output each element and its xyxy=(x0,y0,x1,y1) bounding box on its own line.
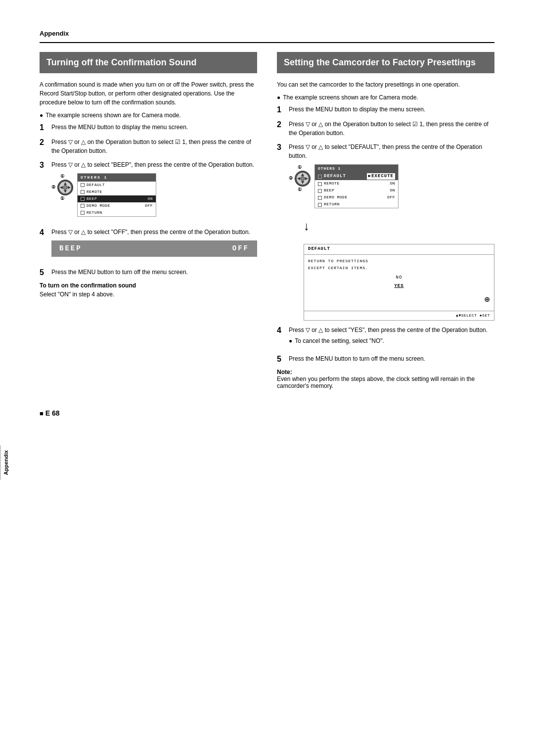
sidebar-appendix-label: Appendix xyxy=(0,445,11,480)
appendix-section-label: Appendix xyxy=(40,30,494,37)
step-number: 1 xyxy=(277,105,285,114)
jlabel-r-1: ① xyxy=(298,164,302,171)
menu-row-remote: REMOTE xyxy=(78,189,156,195)
right-menu-mockup: ① ② xyxy=(289,164,494,209)
off-label: OFF xyxy=(232,243,249,254)
default-box-footer: ▲▼SELECT ●SET xyxy=(304,311,494,320)
default-line2: EXCEPT CERTAIN ITEMS. xyxy=(308,265,490,272)
step-text: Press ▽ or △ on the Operation button to … xyxy=(289,120,494,138)
jlabel-r-2: ② xyxy=(289,175,293,182)
page-number: ■ E 68 xyxy=(40,409,494,417)
left-section-intro: A confirmation sound is made when you tu… xyxy=(40,80,257,107)
right-step-4: 4 Press ▽ or △ to select "YES", then pre… xyxy=(277,326,494,349)
step-number: 4 xyxy=(40,228,47,263)
jlabel-3: ① xyxy=(60,195,64,202)
step-text: Press the MENU button to turn off the me… xyxy=(51,268,257,277)
default-settings-box: DEFAULT RETURN TO PRESETTINGS EXCEPT CER… xyxy=(304,244,494,321)
left-step-3: 3 Press ▽ or △ to select "BEEP", then pr… xyxy=(40,160,257,223)
plus-circle-icon: ⊕ xyxy=(308,292,490,308)
step-number: 2 xyxy=(277,120,285,138)
menu-row-default: DEFAULT xyxy=(78,182,156,189)
jlabel-1: ① xyxy=(60,173,64,180)
menu-screen-right: OTHERS 1 DEFAULT ▶EXECUTE REMOTEON BEEPO… xyxy=(314,164,399,209)
joystick-right-circle xyxy=(295,171,311,187)
step-content: Press ▽ or △ to select "DEFAULT", then p… xyxy=(289,142,494,321)
step-number: 4 xyxy=(277,326,285,349)
step-content: Press ▽ or △ to select "OFF", then press… xyxy=(51,228,257,263)
step-number: 2 xyxy=(40,138,47,155)
step-text: Press ▽ or △ to select "BEEP", then pres… xyxy=(51,160,257,169)
step-content: Press ▽ or △ to select "YES", then press… xyxy=(289,326,494,349)
left-section-title: Turning off the Confirmation Sound xyxy=(40,52,257,73)
step-text: Press the MENU button to display the men… xyxy=(289,105,494,114)
down-arrow-icon: ↓ xyxy=(304,217,310,235)
step-text: Press ▽ or △ to select "OFF", then press… xyxy=(51,228,257,236)
default-yes: YES xyxy=(394,282,403,290)
right-section-intro: You can set the camcorder to the factory… xyxy=(277,80,494,89)
joystick-right: ① ② xyxy=(289,164,311,193)
right-step-1: 1 Press the MENU button to display the m… xyxy=(277,105,494,114)
menu-right-demo: DEMO MODEOFF xyxy=(315,194,398,201)
right-bullet-1: ● The example screens shown are for Came… xyxy=(277,94,494,101)
bullet-text: The example screens shown are for Camera… xyxy=(283,94,418,101)
default-box-header: DEFAULT xyxy=(304,244,494,255)
step-number: 5 xyxy=(277,354,285,364)
left-column: Turning off the Confirmation Sound A con… xyxy=(40,52,257,389)
step-number: 1 xyxy=(40,123,47,132)
svg-point-5 xyxy=(63,186,67,189)
jlabel-r-3: ① xyxy=(298,187,302,193)
menu-right-default: DEFAULT ▶EXECUTE xyxy=(315,173,398,181)
joystick-diagram: ① ② xyxy=(51,173,73,202)
menu-right-header: OTHERS 1 xyxy=(315,165,398,173)
step-text: Press the MENU button to display the men… xyxy=(51,123,257,132)
bullet-dot: ● xyxy=(277,94,280,101)
beep-label: BEEP xyxy=(59,243,82,254)
menu-right-beep: BEEPON xyxy=(315,187,398,194)
joystick-circle xyxy=(57,180,73,195)
default-line1: RETURN TO PRESETTINGS xyxy=(308,258,490,265)
section-divider xyxy=(40,42,494,43)
step-number: 3 xyxy=(40,160,47,223)
right-step-5: 5 Press the MENU button to turn off the … xyxy=(277,354,494,364)
right-section-title: Setting the Camcorder to Factory Presett… xyxy=(277,52,494,73)
menu-screen-header: OTHERS 1 xyxy=(78,174,156,182)
note-label: Note: xyxy=(277,369,292,376)
right-step-3: 3 Press ▽ or △ to select "DEFAULT", then… xyxy=(277,142,494,321)
menu-row-beep: BEEPON xyxy=(78,195,156,202)
step-content: Press ▽ or △ to select "BEEP", then pres… xyxy=(51,160,257,223)
bullet-text: The example screens shown are for Camera… xyxy=(45,112,180,119)
to-turn-on-label: To turn on the confirmation sound xyxy=(40,282,257,289)
to-turn-on-text: Select "ON" in step 4 above. xyxy=(40,291,257,298)
step-text: Press ▽ or △ to select "DEFAULT", then p… xyxy=(289,142,494,160)
step-text: Press ▽ or △ on the Operation button to … xyxy=(51,138,257,155)
menu-row-demo: DEMO MODEOFF xyxy=(78,202,156,209)
right-column: Setting the Camcorder to Factory Presett… xyxy=(277,52,494,389)
step-number: 5 xyxy=(40,268,47,277)
default-box-options: NO YES xyxy=(308,274,490,289)
svg-point-11 xyxy=(301,177,305,181)
left-step-2: 2 Press ▽ or △ on the Operation button t… xyxy=(40,138,257,155)
note-section: Note: Even when you perform the steps ab… xyxy=(277,369,494,389)
beep-bar-inner: BEEP OFF xyxy=(51,240,257,257)
left-step-1: 1 Press the MENU button to display the m… xyxy=(40,123,257,132)
step-text: Press ▽ or △ to select "YES", then press… xyxy=(289,326,494,334)
menu-screen-left: OTHERS 1 DEFAULT REMOTE BEEPON DEMO MODE… xyxy=(77,173,156,217)
menu-right-return: RETURN xyxy=(315,201,398,208)
main-content: Turning off the Confirmation Sound A con… xyxy=(40,52,494,389)
step4-bullet-text: To cancel the setting, select "NO". xyxy=(295,336,384,345)
step-text: Press the MENU button to turn off the me… xyxy=(289,354,494,364)
step-number: 3 xyxy=(277,142,285,321)
bullet-dot: ● xyxy=(40,112,43,119)
right-step-2: 2 Press ▽ or △ on the Operation button t… xyxy=(277,120,494,138)
left-step-5: 5 Press the MENU button to turn off the … xyxy=(40,268,257,277)
note-text: Even when you perform the steps above, t… xyxy=(277,376,475,389)
menu-mockup: ① ② xyxy=(51,173,257,217)
jlabel-2: ② xyxy=(51,184,55,191)
left-step-4: 4 Press ▽ or △ to select "OFF", then pre… xyxy=(40,228,257,263)
default-box-body: RETURN TO PRESETTINGS EXCEPT CERTAIN ITE… xyxy=(304,255,494,311)
menu-right-remote: REMOTEON xyxy=(315,180,398,187)
left-bullet-1: ● The example screens shown are for Came… xyxy=(40,112,257,119)
default-no: NO xyxy=(396,274,402,282)
step4-bullet: ● To cancel the setting, select "NO". xyxy=(289,336,494,345)
menu-row-return: RETURN xyxy=(78,209,156,216)
